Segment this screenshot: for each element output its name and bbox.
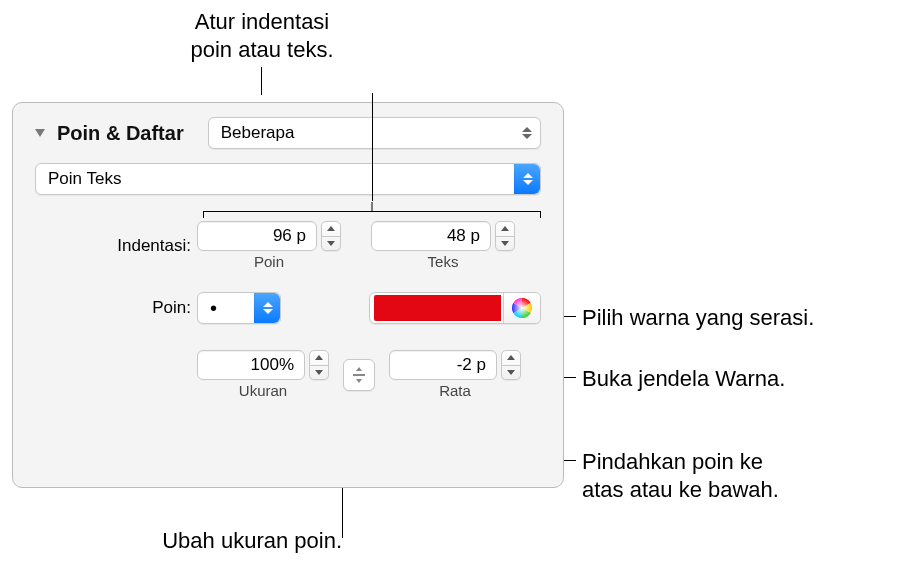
- step-down[interactable]: [310, 366, 328, 380]
- list-style-popup[interactable]: Beberapa: [208, 117, 541, 149]
- bullet-size-stepper[interactable]: 100%: [197, 350, 329, 380]
- indent-text-buttons[interactable]: [495, 221, 515, 251]
- bullet-size-field[interactable]: 100%: [197, 350, 305, 380]
- section-title: Poin & Daftar: [57, 122, 184, 145]
- color-wheel-icon: [512, 298, 532, 318]
- popup-indicator: [522, 127, 532, 139]
- callout-indent-text: Atur indentasi poin atau teks.: [190, 9, 333, 62]
- bullet-size-buttons[interactable]: [309, 350, 329, 380]
- bullet-size-sublabel: Ukuran: [209, 382, 317, 399]
- callout-color-window: Buka jendela Warna.: [582, 365, 785, 393]
- step-down[interactable]: [322, 237, 340, 251]
- indent-bracket: [203, 211, 541, 212]
- step-up[interactable]: [322, 222, 340, 236]
- align-middle-button[interactable]: [343, 359, 375, 391]
- step-down[interactable]: [502, 366, 520, 380]
- indent-bullet-stepper[interactable]: 96 p: [197, 221, 341, 251]
- bullet-align-field[interactable]: -2 p: [389, 350, 497, 380]
- bullet-align-sublabel: Rata: [401, 382, 509, 399]
- indent-text-sublabel: Teks: [383, 253, 503, 270]
- indent-text-stepper[interactable]: 48 p: [371, 221, 515, 251]
- leader-top: [372, 93, 373, 201]
- callout-color-window-text: Buka jendela Warna.: [582, 366, 785, 391]
- callout-move-bullet: Pindahkan poin ke atas atau ke bawah.: [582, 448, 779, 503]
- bullets-lists-panel: Poin & Daftar Beberapa Poin Teks Indenta…: [12, 102, 564, 488]
- indent-bullet-value: 96 p: [273, 226, 306, 246]
- align-vertical-icon: [351, 366, 367, 384]
- callout-color-matched-text: Pilih warna yang serasi.: [582, 305, 814, 330]
- bullet-char-select[interactable]: •: [197, 292, 281, 324]
- bullet-type-select[interactable]: Poin Teks: [35, 163, 541, 195]
- disclosure-arrow[interactable]: [35, 129, 45, 137]
- indent-bullet-field[interactable]: 96 p: [197, 221, 317, 251]
- bullet-type-value: Poin Teks: [48, 169, 121, 189]
- select-indicator: [254, 293, 280, 323]
- bullet-align-stepper[interactable]: -2 p: [389, 350, 521, 380]
- indent-bullet-sublabel: Poin: [209, 253, 329, 270]
- select-indicator: [514, 164, 540, 194]
- svg-point-0: [512, 298, 532, 318]
- bullet-size-value: 100%: [251, 355, 294, 375]
- bullet-char: •: [210, 298, 217, 318]
- bullet-color-control: [369, 292, 541, 324]
- bullet-align-value: -2 p: [457, 355, 486, 375]
- color-picker-button[interactable]: [504, 293, 540, 323]
- indent-text-value: 48 p: [447, 226, 480, 246]
- leader-line: [261, 67, 262, 95]
- indent-label: Indentasi:: [35, 236, 197, 256]
- callout-color-matched: Pilih warna yang serasi.: [582, 304, 814, 332]
- svg-rect-1: [353, 374, 365, 376]
- color-well[interactable]: [372, 293, 503, 323]
- step-up[interactable]: [310, 351, 328, 365]
- indent-bullet-buttons[interactable]: [321, 221, 341, 251]
- list-style-value: Beberapa: [221, 123, 295, 143]
- callout-move-b: atas atau ke bawah.: [582, 477, 779, 502]
- callout-size-text: Ubah ukuran poin.: [162, 528, 342, 553]
- step-up[interactable]: [502, 351, 520, 365]
- bullet-label: Poin:: [35, 298, 197, 318]
- callout-size: Ubah ukuran poin.: [112, 527, 342, 555]
- callout-move-a: Pindahkan poin ke: [582, 449, 763, 474]
- step-up[interactable]: [496, 222, 514, 236]
- bullet-align-buttons[interactable]: [501, 350, 521, 380]
- indent-text-field[interactable]: 48 p: [371, 221, 491, 251]
- step-down[interactable]: [496, 237, 514, 251]
- callout-indent: Atur indentasi poin atau teks.: [172, 8, 352, 63]
